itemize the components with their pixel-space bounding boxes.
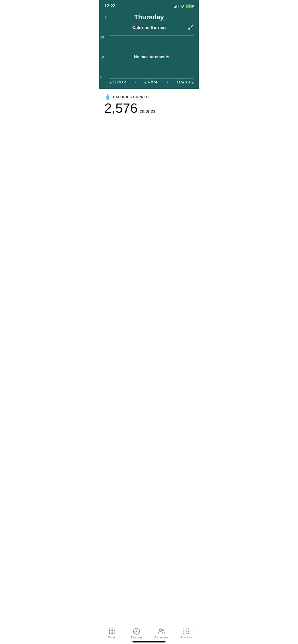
chart-section: ‹ Thursday Calories Burned 20 10 0 No me… xyxy=(99,11,199,89)
metric-value-row: 2,576 calories xyxy=(104,101,194,115)
grid-line-top xyxy=(110,35,194,36)
content-section: 💧 CALORIES BURNED 2,576 calories xyxy=(99,89,199,216)
metric-unit: calories xyxy=(140,109,155,114)
page-title: Thursday xyxy=(134,13,164,21)
chart-y-labels: 20 10 0 xyxy=(100,35,104,79)
chart-header: ‹ Thursday xyxy=(99,11,199,24)
back-button[interactable]: ‹ xyxy=(104,14,106,20)
battery-icon: ⚡ xyxy=(186,5,194,8)
wifi-icon xyxy=(180,4,185,8)
x-dot-1: ● xyxy=(135,82,136,83)
status-time: 12:22 xyxy=(104,4,115,9)
status-bar: 12:22 ⚡ xyxy=(99,0,199,11)
svg-line-1 xyxy=(191,25,193,26)
chart-grid: No measurements xyxy=(110,35,194,79)
svg-point-0 xyxy=(182,7,183,8)
expand-icon[interactable] xyxy=(188,24,194,31)
flame-icon: 💧 xyxy=(104,94,111,100)
no-measurements-label: No measurements xyxy=(134,55,169,59)
chart-x-labels: 12:00 AM ● NOON ● 11:59 PM xyxy=(110,79,194,88)
chart-title: Calories Burned xyxy=(132,25,166,30)
y-label-20: 20 xyxy=(100,35,104,38)
metric-big-value: 2,576 xyxy=(104,101,138,115)
status-icons: ⚡ xyxy=(174,4,194,8)
chart-title-row: Calories Burned xyxy=(99,24,199,30)
metric-label-row: 💧 CALORIES BURNED xyxy=(104,94,194,100)
x-label-start: 12:00 AM xyxy=(110,81,126,84)
x-label-noon: NOON xyxy=(144,81,158,84)
chart-area: 20 10 0 No measurements 12:00 AM ● NOON … xyxy=(99,33,199,89)
x-label-end: 11:59 PM xyxy=(177,81,194,84)
svg-line-2 xyxy=(189,27,190,29)
y-label-0: 0 xyxy=(100,76,104,79)
signal-bars-icon xyxy=(174,4,179,8)
metric-label: CALORIES BURNED xyxy=(113,95,149,99)
x-dot-2: ● xyxy=(167,82,168,83)
y-label-10: 10 xyxy=(100,55,104,58)
